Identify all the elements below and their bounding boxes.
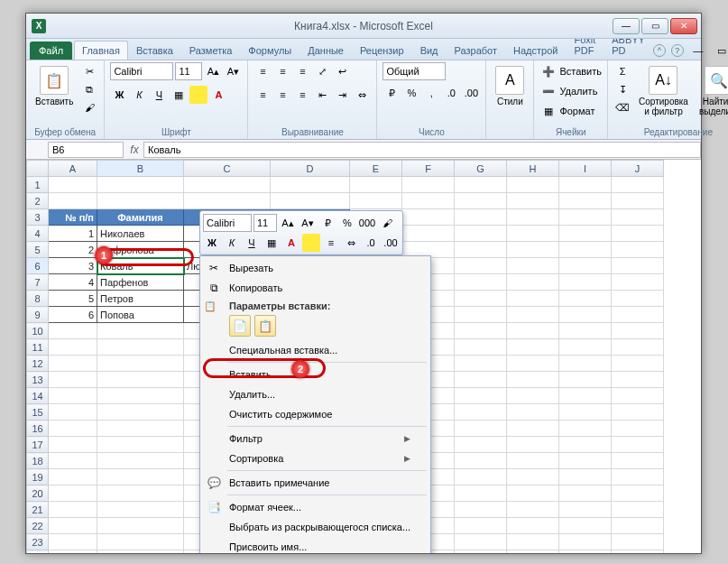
tab-formulas[interactable]: Формулы: [240, 41, 299, 60]
ctx-insert-comment[interactable]: 💬Вставить примечание: [202, 473, 429, 493]
cell-I24[interactable]: [559, 550, 612, 554]
cell-G13[interactable]: [455, 372, 507, 388]
font-name-combo[interactable]: Calibri: [110, 62, 173, 80]
cell-I9[interactable]: [559, 307, 612, 323]
cells-format-button[interactable]: ▦Формат: [539, 102, 602, 120]
cell-G11[interactable]: [455, 339, 507, 356]
col-header-E[interactable]: E: [350, 161, 402, 177]
cell-H21[interactable]: [507, 502, 559, 518]
cell-I10[interactable]: [559, 323, 612, 339]
cell-A22[interactable]: [49, 518, 97, 534]
cell-G22[interactable]: [455, 518, 507, 534]
tab-home[interactable]: Главная: [74, 41, 128, 60]
cell-J12[interactable]: [612, 356, 664, 372]
ctx-sort[interactable]: Сортировка▶: [202, 448, 429, 468]
fill-color-icon[interactable]: [189, 86, 207, 104]
cell-B12[interactable]: [97, 356, 184, 372]
cell-H3[interactable]: [507, 209, 559, 226]
mini-italic-button[interactable]: К: [223, 234, 241, 252]
mini-incdec-icon[interactable]: .0: [362, 234, 380, 252]
cell-H11[interactable]: [507, 339, 559, 356]
row-header-21[interactable]: 21: [27, 502, 49, 518]
cell-G6[interactable]: [455, 258, 507, 274]
ctx-cut[interactable]: ✂Вырезать: [202, 258, 429, 278]
cell-B8[interactable]: Петров: [97, 291, 184, 307]
cell-J20[interactable]: [612, 485, 664, 502]
cell-E1[interactable]: [350, 177, 402, 193]
cell-G3[interactable]: [455, 209, 507, 226]
dec-decimal-icon[interactable]: .00: [462, 84, 480, 102]
cell-A4[interactable]: 1: [49, 226, 97, 242]
cell-G23[interactable]: [455, 534, 507, 550]
cell-A3[interactable]: № п/п: [49, 209, 97, 226]
cell-I21[interactable]: [559, 502, 612, 518]
cells-delete-button[interactable]: ➖Удалить: [539, 82, 602, 100]
align-right-icon[interactable]: ≡: [293, 86, 311, 104]
mini-grow-font-icon[interactable]: A▴: [279, 214, 297, 232]
cell-J24[interactable]: [612, 550, 664, 554]
cell-J6[interactable]: [612, 258, 664, 274]
cell-A12[interactable]: [49, 356, 97, 372]
cell-H6[interactable]: [507, 258, 559, 274]
ctx-dropdown-list[interactable]: Выбрать из раскрывающегося списка...: [202, 517, 429, 537]
cell-J16[interactable]: [612, 421, 664, 437]
mini-align-icon[interactable]: ≡: [322, 234, 340, 252]
name-box[interactable]: B6: [48, 142, 124, 158]
row-header-8[interactable]: 8: [27, 291, 49, 307]
decrease-font-icon[interactable]: A▾: [224, 62, 242, 80]
cell-H24[interactable]: [507, 550, 559, 554]
tab-view[interactable]: Вид: [412, 41, 447, 60]
cell-F4[interactable]: [402, 226, 455, 242]
cell-G2[interactable]: [455, 193, 507, 209]
indentinc-icon[interactable]: ⇥: [333, 86, 351, 104]
cell-H9[interactable]: [507, 307, 559, 323]
cell-A9[interactable]: 6: [49, 307, 97, 323]
autosum-icon[interactable]: Σ: [613, 62, 631, 80]
cell-H19[interactable]: [507, 469, 559, 485]
cell-J2[interactable]: [612, 193, 664, 209]
merge-icon[interactable]: ⇔: [353, 86, 371, 104]
row-header-6[interactable]: 6: [27, 258, 49, 274]
col-header-A[interactable]: A: [49, 161, 97, 177]
ctx-delete[interactable]: Удалить...: [202, 384, 429, 404]
mini-font-combo[interactable]: Calibri: [203, 214, 252, 232]
cell-J5[interactable]: [612, 242, 664, 258]
cell-B14[interactable]: [97, 388, 184, 404]
cell-D2[interactable]: [271, 193, 350, 209]
tab-review[interactable]: Рецензир: [352, 41, 412, 60]
close-button[interactable]: ✕: [670, 18, 697, 34]
cell-I4[interactable]: [559, 226, 612, 242]
cell-C2[interactable]: [184, 193, 271, 209]
percent-icon[interactable]: %: [402, 84, 420, 102]
increase-font-icon[interactable]: A▴: [204, 62, 222, 80]
cell-B22[interactable]: [97, 518, 184, 534]
align-bot-icon[interactable]: ≡: [293, 62, 311, 80]
cell-B11[interactable]: [97, 339, 184, 356]
row-header-9[interactable]: 9: [27, 307, 49, 323]
cell-A2[interactable]: [49, 193, 97, 209]
cell-G15[interactable]: [455, 404, 507, 421]
mini-border-icon[interactable]: ▦: [263, 234, 281, 252]
cell-H16[interactable]: [507, 421, 559, 437]
spreadsheet-grid[interactable]: ABCDEFGHIJ123№ п/пФамилия41Николаев52Саф…: [26, 160, 701, 553]
cell-I6[interactable]: [559, 258, 612, 274]
cell-H1[interactable]: [507, 177, 559, 193]
cell-J21[interactable]: [612, 502, 664, 518]
cell-I18[interactable]: [559, 453, 612, 469]
cell-H7[interactable]: [507, 274, 559, 291]
cell-G10[interactable]: [455, 323, 507, 339]
cell-B21[interactable]: [97, 502, 184, 518]
col-header-J[interactable]: J: [612, 161, 664, 177]
paste-button[interactable]: 📋 Вставить: [32, 62, 77, 110]
cell-A6[interactable]: 3: [49, 258, 97, 274]
row-header-10[interactable]: 10: [27, 323, 49, 339]
cell-A21[interactable]: [49, 502, 97, 518]
cell-I19[interactable]: [559, 469, 612, 485]
italic-button[interactable]: К: [130, 86, 148, 104]
cell-H14[interactable]: [507, 388, 559, 404]
cell-G5[interactable]: [455, 242, 507, 258]
cell-G17[interactable]: [455, 437, 507, 453]
mini-bold-button[interactable]: Ж: [203, 234, 221, 252]
tab-layout[interactable]: Разметка: [181, 41, 241, 60]
ctx-define-name[interactable]: Присвоить имя...: [202, 537, 429, 553]
